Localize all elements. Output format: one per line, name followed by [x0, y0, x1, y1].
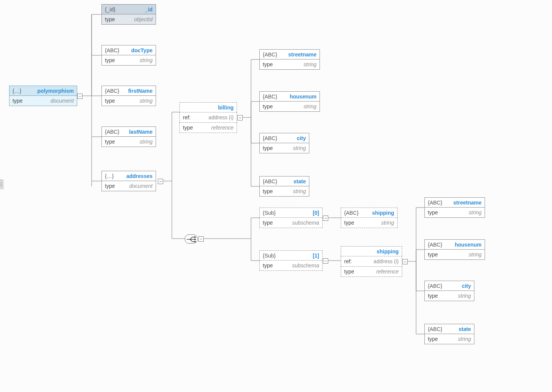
collapse-toggle[interactable]: [323, 258, 328, 264]
field-name: firstName: [128, 88, 153, 94]
field-type: string: [140, 98, 153, 104]
type-tag-icon: {ABC}: [428, 242, 442, 248]
node-shipping-city[interactable]: {ABC}city typestring: [424, 281, 474, 301]
node-billing[interactable]: billing ref: address (i) type reference: [179, 102, 237, 133]
label-type: type: [105, 57, 115, 63]
node-shipping-ref[interactable]: shipping ref:address (i) typereference: [341, 246, 402, 277]
field-name: billing: [218, 105, 234, 111]
field-name: streetname: [453, 200, 482, 206]
type-tag-icon: {ABC}: [428, 326, 442, 332]
type-tag-icon: {ABC}: [344, 210, 359, 216]
collapse-toggle[interactable]: [323, 216, 328, 221]
field-name: city: [462, 283, 471, 289]
label-type: type: [105, 139, 115, 145]
label-type: type: [105, 183, 115, 189]
node-sub-0[interactable]: {Sub}[0] typesubschema: [259, 208, 323, 228]
collapse-toggle[interactable]: [77, 94, 83, 99]
node-lastName[interactable]: {ABC} lastName type string: [101, 127, 156, 147]
label-type: type: [263, 145, 273, 151]
field-name: _id: [145, 6, 153, 12]
field-name: [1]: [313, 253, 319, 259]
label-type: type: [105, 98, 115, 104]
type-tag-icon: {ABC}: [105, 88, 119, 94]
field-name: polymorphism: [37, 88, 74, 94]
type-tag-icon: {Sub}: [263, 210, 276, 216]
type-tag-icon: {ABC}: [428, 200, 442, 206]
collapse-toggle[interactable]: [198, 236, 204, 242]
field-type: string: [140, 57, 153, 63]
label-type: type: [263, 220, 273, 226]
ref-target: address (i): [374, 258, 399, 264]
node-shipping-state[interactable]: {ABC}state typestring: [424, 324, 474, 344]
field-type: subschema: [292, 220, 319, 226]
label-type: type: [344, 269, 354, 275]
schema-diagram: {…} polymorphism type document {_id} _id…: [0, 0, 552, 392]
label-type: type: [428, 209, 438, 216]
field-type: string: [469, 251, 482, 258]
node-billing-housenum[interactable]: {ABC}housenum typestring: [259, 91, 320, 112]
label-type: type: [263, 262, 273, 269]
oneof-switch-icon[interactable]: [185, 234, 198, 244]
node-shipping-housenum[interactable]: {ABC}housenum typestring: [424, 239, 485, 260]
type-tag-icon: {ABC}: [105, 129, 119, 135]
label-type: type: [263, 103, 273, 109]
type-tag-icon: {ABC}: [263, 178, 277, 184]
node-polymorphism[interactable]: {…} polymorphism type document: [9, 86, 77, 106]
collapse-toggle[interactable]: [402, 259, 408, 264]
field-name: [0]: [313, 210, 319, 216]
field-name: city: [297, 135, 306, 141]
label-type: type: [344, 220, 354, 226]
field-type: document: [51, 98, 74, 104]
label-ref: ref:: [344, 258, 352, 264]
node-docType[interactable]: {ABC} docType type string: [101, 45, 156, 66]
node-firstName[interactable]: {ABC} firstName type string: [101, 86, 156, 106]
label-type: type: [428, 336, 438, 342]
type-tag-icon: {ABC}: [263, 52, 277, 58]
field-name: housenum: [455, 242, 482, 248]
node-addresses[interactable]: {…} addresses type document: [101, 171, 156, 191]
node-sub-1[interactable]: {Sub}[1] typesubschema: [259, 250, 323, 271]
node-billing-city[interactable]: {ABC}city typestring: [259, 133, 309, 153]
label-ref: ref:: [183, 114, 190, 120]
field-name: shipping: [372, 210, 394, 216]
field-type: string: [458, 336, 471, 342]
field-type: string: [458, 293, 471, 299]
label-type: type: [12, 98, 22, 104]
field-name: docType: [131, 47, 153, 53]
label-type: type: [428, 251, 438, 258]
node-billing-state[interactable]: {ABC}state typestring: [259, 176, 309, 197]
field-name: housenum: [290, 94, 317, 100]
node-shipping-streetname[interactable]: {ABC}streetname typestring: [424, 197, 485, 218]
field-type: string: [304, 103, 317, 109]
field-type: reference: [211, 125, 234, 131]
field-type: string: [140, 139, 153, 145]
type-tag-icon: {ABC}: [263, 135, 277, 141]
field-type: string: [304, 61, 317, 67]
field-name: state: [458, 326, 471, 332]
field-type: string: [293, 145, 306, 151]
label-type: type: [428, 293, 438, 299]
collapse-toggle[interactable]: [237, 115, 243, 120]
field-name: state: [293, 178, 306, 184]
field-type: reference: [376, 269, 399, 275]
label-type: type: [263, 61, 273, 67]
svg-point-2: [195, 241, 196, 242]
ref-target: address (i): [209, 114, 234, 120]
field-type: objectId: [134, 16, 153, 22]
node-shipping-string[interactable]: {ABC}shipping typestring: [341, 208, 398, 228]
field-name: shipping: [377, 248, 399, 255]
type-tag-icon: {ABC}: [263, 94, 277, 100]
collapse-toggle[interactable]: [158, 179, 163, 184]
field-type: string: [469, 209, 482, 216]
label-type: type: [105, 16, 115, 22]
type-tag-icon: {ABC}: [105, 47, 119, 53]
type-tag-icon: {ABC}: [428, 283, 442, 289]
node-billing-streetname[interactable]: {ABC}streetname typestring: [259, 49, 320, 70]
node-id[interactable]: {_id} _id type objectId: [101, 4, 156, 25]
type-tag-icon: {…}: [12, 88, 21, 94]
label-type: type: [263, 188, 273, 194]
field-type: string: [381, 220, 394, 226]
field-name: lastName: [129, 129, 153, 135]
type-tag-icon: {…}: [105, 173, 114, 179]
svg-point-0: [195, 237, 196, 238]
